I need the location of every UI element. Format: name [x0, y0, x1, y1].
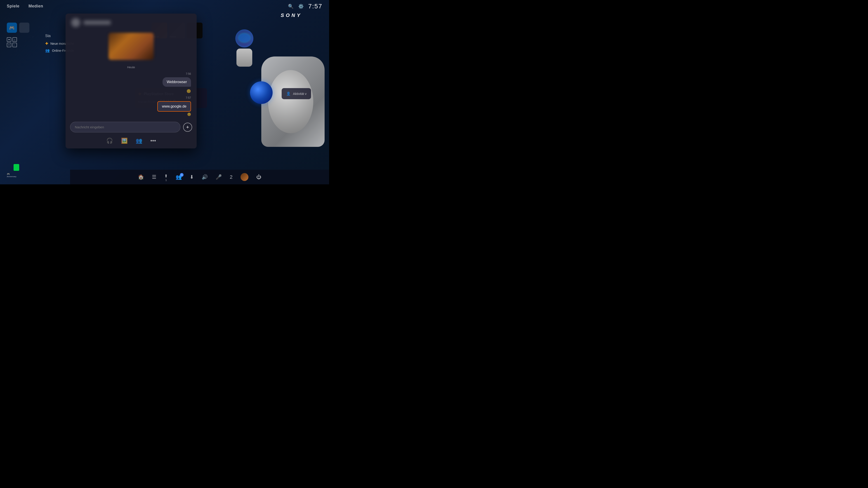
- chat-overlay: Heute 7:56 Webbrowser 😊 7:57 www.google.…: [66, 13, 197, 149]
- aktivitat-icon: 👤: [286, 92, 291, 96]
- top-nav: Spiele Medien 🔍 ⚙️ 7:57: [0, 0, 329, 12]
- triangle-btn: △: [12, 37, 17, 42]
- astro-area: [216, 29, 273, 108]
- planet: [250, 81, 273, 104]
- power-icon[interactable]: ⏻: [256, 174, 261, 180]
- ps30-text: Anniversary: [7, 175, 16, 177]
- player1-icon[interactable]: ⬆ 1: [164, 173, 168, 182]
- profile-avatar-big: [108, 33, 154, 60]
- chat-profile-area: [66, 31, 197, 64]
- messages-area: 7:56 Webbrowser 😊 7:57 www.google.de: [66, 72, 197, 111]
- emoji-below-highlighted[interactable]: 😊: [66, 112, 197, 116]
- more-icon[interactable]: •••: [150, 138, 156, 144]
- library-icon[interactable]: ☰: [152, 174, 156, 180]
- date-divider: Heute: [66, 66, 197, 69]
- settings-icon[interactable]: ⚙️: [298, 4, 304, 9]
- ps30-badge: 🎮 Anniversary: [7, 173, 16, 177]
- controller-grid: ■ △ ✕ ○: [7, 37, 17, 47]
- astro-visor: [239, 34, 250, 42]
- chat-username: [84, 21, 111, 25]
- chat-header: [66, 13, 197, 31]
- player2-icon[interactable]: 2: [230, 174, 232, 180]
- aktivitat-card[interactable]: 👤 Aktivität v: [282, 88, 311, 99]
- message-input[interactable]: [70, 122, 180, 132]
- notification-badge: 1: [180, 173, 184, 177]
- nav-medien[interactable]: Medien: [29, 4, 43, 8]
- ps30-icon: 🎮: [7, 173, 16, 175]
- chat-avatar: [71, 18, 80, 27]
- left-icons-row: 🎮: [7, 23, 29, 33]
- green-indicator: [13, 164, 19, 171]
- msg-timestamp-2: 7:57: [186, 96, 191, 99]
- headset-icon[interactable]: 🎧: [106, 138, 113, 144]
- astro-head: [235, 29, 253, 47]
- sony-logo: SONY: [281, 12, 302, 18]
- left-content: 🎮 ■ △ ✕ ○: [7, 23, 29, 47]
- ps-plus-icon: ✚: [45, 41, 48, 46]
- download-icon[interactable]: ⬇: [190, 174, 194, 180]
- game-icon-1: [19, 23, 29, 33]
- volume-icon[interactable]: 🔊: [202, 174, 208, 180]
- friends-icon: 👥: [45, 48, 50, 53]
- user-avatar-taskbar[interactable]: [241, 173, 248, 181]
- message-bubble-2-highlighted: www.google.de: [157, 101, 191, 111]
- cross-btn: ✕: [7, 43, 11, 47]
- chat-input-area: +: [66, 119, 197, 136]
- friends-taskbar-icon[interactable]: 👥 1: [176, 174, 182, 180]
- aktivitat-label: Aktivität v: [293, 92, 307, 96]
- nav-right: 🔍 ⚙️ 7:57: [288, 3, 322, 10]
- add-button[interactable]: +: [183, 123, 192, 132]
- nav-items: Spiele Medien: [7, 4, 288, 8]
- search-icon[interactable]: 🔍: [288, 4, 293, 9]
- group-icon[interactable]: 👥: [135, 138, 143, 144]
- nav-spiele[interactable]: Spiele: [7, 4, 20, 8]
- ps5-disc-area: [268, 70, 313, 133]
- astro-body: [237, 48, 252, 67]
- clock-display: 7:57: [308, 3, 322, 10]
- square-btn: ■: [7, 37, 11, 42]
- bottom-taskbar: 🏠 ☰ ⬆ 1 👥 1 ⬇ 🔊 🎤 2 ⏻: [70, 170, 329, 184]
- message-bubble-1: Webbrowser: [162, 77, 191, 87]
- chat-bottom-toolbar: 🎧 🖼️ 👥 •••: [66, 136, 197, 149]
- home-icon[interactable]: 🏠: [138, 174, 144, 180]
- emoji-reaction-1[interactable]: 😊: [186, 89, 191, 93]
- circle-btn: ○: [12, 43, 17, 47]
- mic-off-icon[interactable]: 🎤: [216, 174, 222, 180]
- image-icon[interactable]: 🖼️: [121, 138, 128, 144]
- msg-timestamp-1: 7:56: [186, 72, 191, 75]
- ps-icon: 🎮: [7, 23, 17, 33]
